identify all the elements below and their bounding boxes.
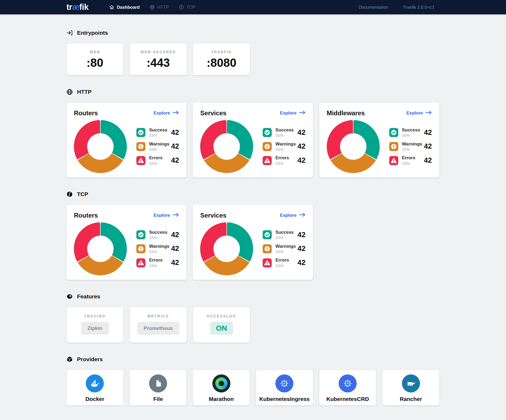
legend-count: 42 (298, 245, 306, 253)
nav-right: Documentation Traefik 2.0.0-rc1 (359, 5, 490, 10)
explore-link[interactable]: Explore (280, 110, 305, 116)
explore-label: Explore (280, 110, 296, 116)
success-icon (263, 128, 272, 137)
entrypoint-port: :80 (66, 56, 123, 69)
nav-item-dashboard[interactable]: Dashboard (109, 5, 140, 10)
legend-label: Errors (149, 258, 163, 263)
nav-item-tcp[interactable]: TCP (179, 5, 195, 10)
error-icon (136, 156, 145, 165)
legend-count: 42 (298, 142, 306, 151)
logo-text: fik (79, 2, 88, 12)
legend-count: 42 (171, 156, 179, 165)
feature-name: TRACING (66, 314, 123, 318)
warning-icon (263, 142, 272, 151)
legend-percent: 33% (275, 263, 289, 268)
card-title: Routers (74, 109, 98, 117)
error-icon (136, 258, 145, 267)
warning-icon (136, 244, 145, 253)
entrypoints-section: Entrypoints WEB :80 WEB-SECURED :443 TRA… (66, 30, 439, 75)
legend-label: Warnings (149, 142, 169, 147)
legend-warnings-row: Warnings33% 42 (136, 244, 179, 254)
provider-card-file: File (130, 370, 187, 405)
legend-success-row: Success33% 42 (136, 230, 179, 240)
section-title-text: HTTP (77, 89, 92, 95)
legend-percent: 33% (402, 133, 420, 138)
legend-percent: 33% (149, 133, 167, 138)
tcp-ball-icon (66, 191, 73, 197)
provider-name: File (130, 396, 187, 402)
explore-link[interactable]: Explore (280, 213, 305, 218)
traefik-logo[interactable]: træfik (66, 2, 88, 12)
legend-percent: 33% (275, 235, 294, 240)
explore-link[interactable]: Explore (154, 110, 179, 116)
provider-card-docker: Docker (66, 370, 123, 405)
feature-on-chip: ON (210, 322, 233, 335)
legend-success-row: Success33% 42 (263, 127, 305, 138)
legend-percent: 33% (149, 161, 163, 166)
arrow-right-icon (173, 110, 179, 116)
legend-warnings-row: Warnings33% 42 (263, 244, 305, 254)
warning-icon (389, 142, 398, 151)
rancher-bull-icon (402, 374, 420, 392)
sign-in-icon (66, 30, 73, 36)
marathon-icon (212, 374, 230, 392)
status-legend: Success33% 42 Warnings33% 42 Errors33% 4… (263, 230, 305, 268)
legend-label: Success (402, 127, 420, 133)
legend-percent: 33% (275, 133, 294, 138)
entrypoint-port: :443 (130, 56, 187, 69)
http-section: HTTP Routers Explore Success33% (66, 89, 439, 178)
legend-warnings-row: Warnings33% 42 (389, 142, 432, 152)
success-icon (136, 128, 145, 137)
nav-item-label: TCP (186, 5, 195, 10)
legend-success-row: Success33% 42 (263, 230, 305, 240)
tcp-section: TCP Routers Explore Success33% (66, 191, 439, 280)
feature-card-tracing: TRACING Zipkin (66, 307, 123, 343)
error-icon (389, 156, 398, 165)
legend-errors-row: Errors33% 42 (389, 155, 432, 166)
entrypoint-card-web: WEB :80 (66, 43, 123, 75)
legend-percent: 33% (275, 161, 289, 166)
provider-name: Docker (66, 396, 123, 402)
provider-card-marathon: Marathon (193, 370, 250, 405)
legend-errors-row: Errors33% 42 (136, 258, 179, 268)
status-donut-chart (74, 120, 127, 173)
legend-count: 42 (298, 231, 306, 239)
providers-row: Docker File Marathon (66, 370, 439, 405)
http-header: HTTP (66, 89, 439, 95)
http-cards-row: Routers Explore Success33% 42 (66, 103, 439, 178)
legend-percent: 33% (149, 263, 163, 268)
home-icon (109, 5, 114, 10)
error-icon (263, 258, 272, 267)
documentation-link[interactable]: Documentation (359, 5, 388, 10)
legend-count: 42 (424, 156, 432, 165)
legend-success-row: Success33% 42 (389, 127, 432, 138)
legend-label: Success (275, 127, 294, 133)
section-title-text: Providers (77, 356, 103, 362)
entrypoints-row: WEB :80 WEB-SECURED :443 TRAEFIK :8080 (66, 43, 439, 75)
arrow-right-icon (299, 110, 306, 116)
providers-header: Providers (66, 356, 439, 362)
success-icon (389, 128, 398, 137)
tcp-header: TCP (66, 191, 439, 197)
legend-count: 42 (298, 129, 306, 137)
feature-toggle-icon (66, 293, 73, 300)
explore-link[interactable]: Explore (154, 213, 179, 218)
legend-count: 42 (424, 142, 432, 151)
explore-link[interactable]: Explore (406, 110, 432, 116)
status-legend: Success33% 42 Warnings33% 42 Errors33% 4… (389, 127, 432, 166)
legend-percent: 33% (149, 235, 167, 240)
nav-item-http[interactable]: HTTP (150, 5, 169, 10)
provider-name: KubernetesCRD (319, 396, 376, 402)
version-label: Traefik 2.0.0-rc1 (403, 5, 435, 10)
status-donut-chart (74, 222, 127, 275)
explore-label: Explore (154, 213, 170, 218)
feature-value-chip: Zipkin (81, 322, 109, 335)
logo-accent-text: æ (72, 2, 79, 12)
legend-label: Success (149, 230, 167, 235)
explore-label: Explore (280, 213, 296, 218)
legend-percent: 33% (402, 147, 422, 152)
status-legend: Success33% 42 Warnings33% 42 Errors33% 4… (263, 127, 305, 166)
explore-label: Explore (154, 110, 170, 116)
legend-count: 42 (171, 245, 179, 253)
legend-percent: 33% (275, 147, 296, 152)
